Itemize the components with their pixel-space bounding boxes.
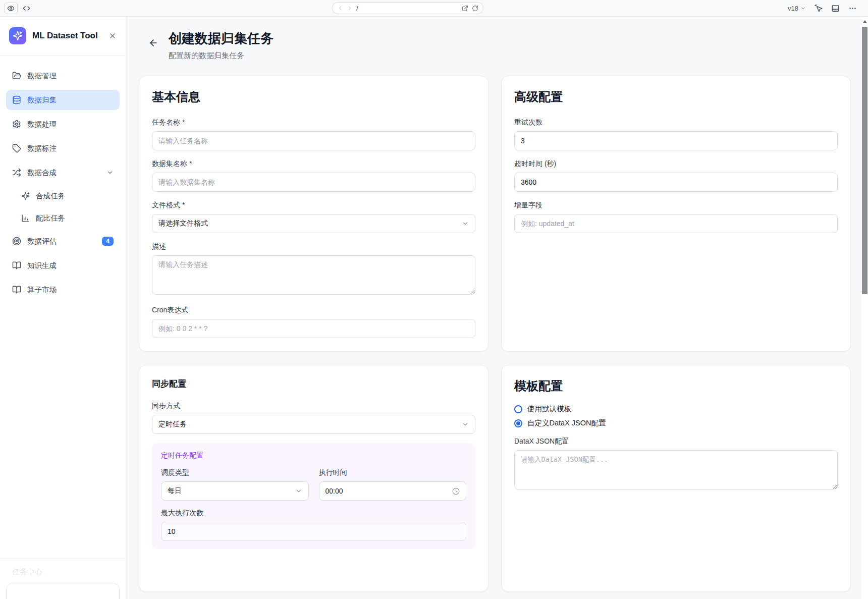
close-icon[interactable] bbox=[108, 32, 117, 40]
file-format-label: 文件格式 * bbox=[152, 201, 475, 210]
chevron-down-icon bbox=[106, 169, 114, 176]
database-icon bbox=[12, 95, 21, 104]
code-icon bbox=[23, 5, 30, 12]
scroll-up-arrow-icon[interactable] bbox=[863, 20, 867, 23]
nav-forward-button[interactable] bbox=[347, 5, 353, 11]
sidebar-item-data-collection[interactable]: 数据归集 bbox=[6, 90, 120, 110]
task-center-label: 任务中心 bbox=[12, 567, 120, 577]
advanced-config-card: 高级配置 重试次数 超时时间 (秒) 增量字段 bbox=[501, 76, 851, 352]
eye-icon bbox=[7, 5, 15, 12]
incremental-field-input[interactable] bbox=[514, 214, 838, 233]
main-content: 创建数据归集任务 配置新的数据归集任务 基本信息 任务名称 * 数据集名称 * … bbox=[126, 17, 868, 599]
vertical-scrollbar[interactable] bbox=[861, 17, 868, 599]
app-title: ML Dataset Tool bbox=[32, 31, 102, 41]
template-config-card: 模板配置 使用默认模板 自定义DataX JSON配置 DataX JSON配置 bbox=[501, 365, 851, 592]
sidebar-item-operator-market[interactable]: 算子市场 bbox=[6, 280, 120, 300]
sync-config-title: 同步配置 bbox=[152, 378, 475, 390]
tag-icon bbox=[12, 144, 21, 153]
book-open-icon bbox=[12, 285, 21, 294]
sidebar-nav: 数据管理 数据归集 数据处理 数据标注 bbox=[0, 56, 126, 300]
sparkles-logo-icon bbox=[13, 31, 23, 41]
advanced-config-title: 高级配置 bbox=[514, 89, 838, 105]
basic-info-card: 基本信息 任务名称 * 数据集名称 * 文件格式 * 请选择文件格式 bbox=[139, 76, 489, 352]
retry-count-input[interactable] bbox=[514, 131, 838, 150]
sync-mode-label: 同步方式 bbox=[152, 402, 475, 411]
open-external-button[interactable] bbox=[462, 5, 468, 12]
file-format-select[interactable]: 请选择文件格式 bbox=[152, 214, 475, 233]
code-view-button[interactable] bbox=[20, 3, 33, 14]
sidebar-item-data-labeling[interactable]: 数据标注 bbox=[6, 138, 120, 158]
sidebar-item-label: 数据管理 bbox=[27, 71, 114, 81]
page-subtitle: 配置新的数据归集任务 bbox=[169, 51, 274, 61]
more-dots-icon[interactable] bbox=[848, 4, 857, 13]
sidebar-item-ratio-tasks[interactable]: 配比任务 bbox=[6, 209, 120, 227]
nav-back-button[interactable] bbox=[337, 5, 343, 11]
back-button[interactable] bbox=[146, 36, 160, 50]
task-name-input[interactable] bbox=[152, 131, 475, 150]
app-logo bbox=[9, 27, 26, 44]
chevron-down-icon bbox=[462, 220, 469, 227]
exec-time-input[interactable]: 00:00 bbox=[319, 481, 467, 501]
datax-json-label: DataX JSON配置 bbox=[514, 437, 838, 446]
max-exec-input[interactable] bbox=[161, 522, 466, 541]
sparkles-icon bbox=[21, 192, 30, 200]
sidebar-item-label: 合成任务 bbox=[36, 191, 114, 201]
schedule-config-box: 定时任务配置 调度类型 每日 执行时间 bbox=[152, 443, 475, 549]
scrollbar-thumb[interactable] bbox=[862, 27, 867, 294]
timeout-input[interactable] bbox=[514, 173, 838, 192]
datax-json-textarea[interactable] bbox=[514, 450, 838, 489]
target-icon bbox=[12, 237, 21, 246]
sidebar-footer: 任务中心 bbox=[0, 559, 126, 599]
sidebar-item-label: 知识生成 bbox=[27, 261, 114, 270]
back-arrow-icon bbox=[148, 38, 158, 48]
url-path[interactable]: / bbox=[356, 5, 458, 12]
cursor-sparkle-icon[interactable] bbox=[815, 4, 823, 12]
sync-config-card: 同步配置 同步方式 定时任务 定时任务配置 调度类型 bbox=[139, 365, 489, 592]
radio-custom-datax[interactable]: 自定义DataX JSON配置 bbox=[514, 418, 838, 428]
browser-topbar: / v18 bbox=[0, 0, 868, 17]
sidebar-item-knowledge-generation[interactable]: 知识生成 bbox=[6, 255, 120, 276]
cron-input[interactable] bbox=[152, 319, 475, 338]
refresh-button[interactable] bbox=[472, 5, 478, 12]
file-format-value: 请选择文件格式 bbox=[158, 219, 208, 228]
description-textarea[interactable] bbox=[152, 255, 475, 295]
sync-mode-select[interactable]: 定时任务 bbox=[152, 415, 475, 434]
schedule-type-label: 调度类型 bbox=[161, 468, 309, 477]
retry-count-label: 重试次数 bbox=[514, 118, 838, 127]
folder-open-icon bbox=[12, 71, 21, 80]
radio-default-template[interactable]: 使用默认模板 bbox=[514, 404, 838, 414]
sidebar-item-data-synthesis[interactable]: 数据合成 bbox=[6, 162, 120, 183]
evaluation-count-badge: 4 bbox=[102, 237, 114, 246]
browser-panel-icon[interactable] bbox=[831, 4, 840, 13]
schedule-type-select[interactable]: 每日 bbox=[161, 481, 309, 501]
radio-custom-label: 自定义DataX JSON配置 bbox=[527, 418, 606, 428]
sidebar-item-label: 数据合成 bbox=[27, 168, 100, 178]
exec-time-label: 执行时间 bbox=[319, 468, 467, 477]
task-center-panel bbox=[6, 583, 120, 599]
sidebar-item-label: 算子市场 bbox=[27, 285, 114, 295]
timeout-label: 超时时间 (秒) bbox=[514, 159, 838, 169]
sidebar-item-label: 数据标注 bbox=[27, 144, 114, 153]
schedule-config-title: 定时任务配置 bbox=[161, 451, 466, 460]
radio-default-label: 使用默认模板 bbox=[527, 404, 571, 414]
book-open-icon bbox=[12, 261, 21, 270]
url-bar[interactable]: / bbox=[332, 2, 483, 14]
page-title: 创建数据归集任务 bbox=[169, 30, 274, 47]
sidebar-item-data-processing[interactable]: 数据处理 bbox=[6, 114, 120, 134]
shuffle-icon bbox=[12, 168, 21, 177]
sidebar-header: ML Dataset Tool bbox=[0, 17, 126, 56]
version-label: v18 bbox=[788, 5, 798, 12]
exec-time-value: 00:00 bbox=[326, 487, 343, 495]
version-selector[interactable]: v18 bbox=[788, 5, 806, 12]
sidebar: ML Dataset Tool 数据管理 数据归集 bbox=[0, 17, 126, 599]
sidebar-item-label: 配比任务 bbox=[36, 213, 114, 223]
chevron-down-icon bbox=[462, 421, 469, 428]
sidebar-item-synthesis-tasks[interactable]: 合成任务 bbox=[6, 187, 120, 205]
preview-eye-button[interactable] bbox=[4, 3, 18, 14]
sidebar-item-data-management[interactable]: 数据管理 bbox=[6, 66, 120, 86]
dataset-name-input[interactable] bbox=[152, 173, 475, 192]
max-exec-label: 最大执行次数 bbox=[161, 509, 466, 518]
description-label: 描述 bbox=[152, 242, 475, 251]
sidebar-item-data-evaluation[interactable]: 数据评估 4 bbox=[6, 231, 120, 251]
chevron-down-icon bbox=[800, 6, 806, 11]
